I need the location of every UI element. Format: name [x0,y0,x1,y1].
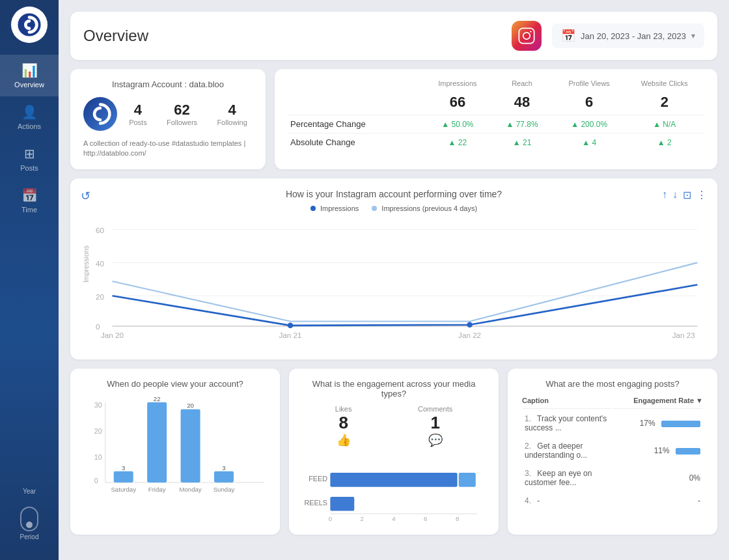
chart-export-btn[interactable]: ⊡ [683,189,691,201]
post-1-caption: 1. Track your content's success ... [522,410,612,436]
svg-text:20: 20 [96,292,104,300]
engagement-metrics: Likes 8 👍 Comments 1 💬 [302,405,486,447]
avatar [83,97,117,131]
posts-card: What are the most engaging posts? Captio… [508,369,717,535]
when-bar-chart: 30 20 10 0 3 Saturday 22 Friday 20 [83,395,267,493]
reach-value: 48 [493,94,551,111]
svg-text:3: 3 [222,464,225,471]
time-icon: 📅 [21,188,38,203]
chart-title: How is your Instagram account performing… [83,189,704,199]
impressions-line [113,285,698,326]
sidebar-item-posts[interactable]: ⊞ Posts [0,138,59,180]
table-row: 2. Get a deeper understanding o... 11% [522,438,703,464]
main-content: Overview 📅 Jan 20, 2023 - Jan 23, 2023 ▾… [59,0,729,560]
post-4-caption: 4. - [522,492,612,509]
comments-value: 1 [418,413,452,433]
account-stats: 4 Posts 62 Followers 4 Following [83,97,253,131]
likes-value: 8 [335,413,352,433]
comments-stat: Comments 1 💬 [418,405,452,447]
svg-text:2: 2 [360,515,363,522]
top-metrics-row: Instagram Account : data.bloo 4 Posts 62… [70,69,717,169]
reels-bar [330,497,354,511]
calendar-icon: 📅 [561,29,575,43]
sidebar-item-overview-label: Overview [14,81,44,89]
post-2-bar [676,448,700,455]
svg-text:4: 4 [392,515,396,522]
bar-sunday [214,471,234,483]
followers-stat: 62 Followers [167,102,197,126]
period-toggle-icon [20,507,38,531]
svg-text:0: 0 [96,322,100,331]
header-card: Overview 📅 Jan 20, 2023 - Jan 23, 2023 ▾ [70,12,717,60]
table-row: 4. - - [522,492,703,509]
svg-text:Jan 22: Jan 22 [458,331,481,339]
when-card: When do people view your account? 30 20 … [70,369,280,535]
metrics-card: Impressions Reach Profile Views Website … [275,69,717,169]
engagement-card: What is the engagement across your media… [289,369,499,535]
chart-more-btn[interactable]: ⋮ [696,189,707,201]
legend-dot-impressions [310,206,316,211]
sidebar-item-posts-label: Posts [20,164,38,172]
chart-legend: Impressions Impressions (previous 4 days… [83,204,704,212]
sidebar-item-time-label: Time [21,206,37,214]
svg-text:10: 10 [94,453,102,460]
caption-col-header: Caption [522,397,612,409]
svg-text:Jan 20: Jan 20 [101,331,124,339]
chart-upload-btn[interactable]: ↑ [662,189,667,201]
abs-change-label: Absolute Change [288,133,424,152]
svg-text:20: 20 [187,402,194,409]
refresh-button[interactable]: ↺ [81,189,90,203]
followers-value: 62 [167,102,197,119]
account-bio: A collection of ready-to-use #datastudio… [83,139,253,159]
date-range-selector[interactable]: 📅 Jan 20, 2023 - Jan 23, 2023 ▾ [552,23,704,48]
svg-text:60: 60 [96,226,104,234]
sidebar: 📊 Overview 👤 Actions ⊞ Posts 📅 Time Year… [0,0,59,560]
svg-text:Jan 23: Jan 23 [672,331,695,339]
data-point-jan22 [467,322,472,327]
post-3-rate: 0% [613,465,703,491]
h-bar-chart: FEED REELS 0 2 4 6 8 [302,456,486,522]
logo-icon [17,12,42,37]
profile-views-pct: ▲ 200.0% [571,120,607,129]
data-point-jan21 [288,322,293,328]
sidebar-item-overview[interactable]: 📊 Overview [0,55,59,96]
svg-text:Monday: Monday [179,486,201,493]
website-clicks-abs: ▲ 2 [657,138,672,147]
likes-stat: Likes 8 👍 [335,405,352,447]
overview-icon: 📊 [21,63,38,78]
following-value: 4 [217,102,247,119]
svg-text:Jan 21: Jan 21 [279,331,301,339]
post-2-rate: 11% [613,438,703,464]
pct-change-label: Percentage Change [288,115,424,133]
bar-saturday [114,471,133,483]
table-row: 1. Track your content's success ... 17% [522,410,703,436]
sidebar-year-toggle[interactable]: Year [0,484,59,499]
instagram-icon[interactable] [512,21,542,51]
sidebar-item-time[interactable]: 📅 Time [0,180,59,221]
reach-pct: ▲ 77.8% [506,120,538,129]
line-chart-card: ↺ How is your Instagram account performi… [70,178,717,359]
account-title: Instagram Account : data.bloo [83,79,253,89]
engagement-col-header: Engagement Rate ▼ [613,397,703,409]
impressions-pct: ▲ 50.0% [441,120,473,129]
sidebar-item-actions[interactable]: 👤 Actions [0,96,59,138]
reach-abs: ▲ 21 [513,138,532,147]
bottom-row: When do people view your account? 30 20 … [70,369,717,535]
website-clicks-value: 2 [627,94,702,111]
engagement-card-title: What is the engagement across your media… [302,379,486,399]
website-clicks-header: Website Clicks [625,79,704,90]
actions-icon: 👤 [21,104,38,120]
comments-label: Comments [418,405,452,413]
chevron-down-icon: ▾ [691,31,695,40]
svg-text:3: 3 [122,464,125,471]
svg-text:Sunday: Sunday [213,486,235,493]
sidebar-period-toggle[interactable]: Period [0,503,59,544]
post-2-caption: 2. Get a deeper understanding o... [522,438,612,464]
likes-label: Likes [335,405,352,413]
period-label: Period [20,533,39,540]
bar-friday [147,402,167,482]
chart-download-btn[interactable]: ↓ [672,189,678,201]
followers-label: Followers [167,119,197,126]
svg-text:Saturday: Saturday [111,486,136,493]
prev-impressions-line [113,262,698,321]
